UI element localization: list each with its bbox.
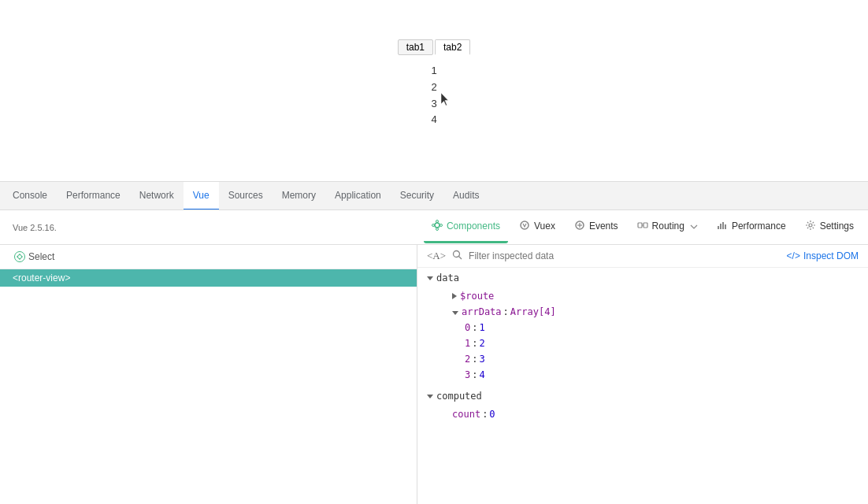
routing-button[interactable]: Routing — [629, 212, 706, 243]
data-section-label: data — [436, 272, 459, 284]
data-section-header[interactable]: data — [417, 268, 868, 288]
select-label: Select — [28, 251, 54, 262]
filter-input[interactable] — [469, 250, 781, 261]
page-tab-bar: tab1 tab2 — [398, 39, 471, 55]
filter-a-icon: <A> — [427, 250, 446, 262]
code-icon: </> — [787, 250, 800, 261]
svg-rect-12 — [718, 226, 719, 229]
vuex-button[interactable]: Vuex — [511, 212, 563, 243]
routing-dropdown-icon — [690, 220, 698, 232]
tab-sources[interactable]: Sources — [219, 182, 273, 210]
components-button[interactable]: Components — [424, 212, 508, 243]
events-label: Events — [589, 220, 618, 232]
collapse-data-icon — [427, 276, 433, 280]
data-row-arrdata[interactable]: arrData : Array[4] — [417, 304, 868, 320]
svg-point-5 — [521, 221, 529, 229]
list-item-4: 4 — [431, 112, 436, 128]
select-icon — [14, 251, 25, 262]
data-section: data $route arrData : Array[4] 0 : — [417, 268, 868, 383]
computed-section: computed count : 0 — [417, 386, 868, 422]
tab-security[interactable]: Security — [391, 182, 443, 210]
inspect-dom-button[interactable]: </> Inspect DOM — [787, 250, 859, 261]
settings-label: Settings — [820, 220, 854, 232]
events-button[interactable]: Events — [566, 212, 626, 243]
settings-button[interactable]: Settings — [797, 212, 862, 243]
tab-vue[interactable]: Vue — [184, 182, 219, 210]
data-row-1: 1 : 2 — [417, 335, 868, 351]
svg-rect-13 — [720, 224, 721, 229]
computed-section-header[interactable]: computed — [417, 386, 868, 406]
performance-label: Performance — [732, 220, 786, 232]
expand-arrdata-icon — [452, 311, 458, 315]
list-item-2: 2 — [431, 80, 436, 96]
svg-line-23 — [459, 257, 462, 260]
svg-point-16 — [809, 224, 812, 227]
performance-icon — [717, 220, 728, 233]
tab-network[interactable]: Network — [130, 182, 184, 210]
components-label: Components — [447, 220, 500, 232]
list-item-3: 3 — [431, 96, 436, 113]
svg-point-3 — [436, 220, 438, 222]
content-area: Select <router-view> <A> — [0, 245, 868, 504]
mouse-cursor — [441, 93, 451, 107]
computed-section-label: computed — [436, 391, 482, 402]
vuex-icon — [519, 220, 530, 233]
select-bar: Select — [0, 245, 417, 269]
svg-rect-10 — [644, 223, 647, 228]
components-icon — [432, 220, 443, 233]
svg-point-0 — [435, 223, 440, 228]
collapse-computed-icon — [427, 395, 433, 398]
svg-point-1 — [432, 224, 434, 226]
events-icon — [574, 220, 585, 233]
svg-rect-14 — [722, 222, 724, 229]
data-row-0: 0 : 1 — [417, 320, 868, 335]
list-item-1: 1 — [431, 63, 436, 80]
routing-icon — [637, 220, 648, 233]
expand-route-icon — [452, 293, 457, 299]
vue-toolbar: Vue 2.5.16. Components — [0, 210, 868, 245]
page-content: 1 2 3 4 — [431, 63, 436, 128]
data-row-route[interactable]: $route — [417, 288, 868, 304]
vue-version: Vue 2.5.16. — [6, 223, 63, 232]
tab-console[interactable]: Console — [3, 182, 57, 210]
inspector-panel: <A> </> Inspect DOM data — [417, 245, 868, 504]
component-name: <router-view> — [13, 272, 70, 284]
svg-rect-15 — [725, 224, 726, 229]
svg-point-2 — [440, 224, 442, 226]
select-button[interactable]: Select — [9, 250, 59, 264]
svg-point-17 — [18, 255, 22, 259]
svg-point-4 — [436, 228, 438, 230]
routing-label: Routing — [652, 220, 684, 232]
inspector-toolbar: <A> </> Inspect DOM — [417, 245, 868, 268]
data-row-2: 2 : 3 — [417, 351, 868, 367]
page-tab2[interactable]: tab2 — [435, 39, 470, 55]
data-row-count: count : 0 — [417, 406, 868, 422]
browser-viewport: tab1 tab2 1 2 3 4 — [0, 0, 868, 181]
svg-point-22 — [454, 251, 460, 258]
component-tree-panel: Select <router-view> — [0, 245, 417, 504]
tab-memory[interactable]: Memory — [273, 182, 325, 210]
component-item-router-view[interactable]: <router-view> — [0, 269, 417, 287]
svg-rect-9 — [638, 223, 642, 228]
data-row-3: 3 : 4 — [417, 367, 868, 383]
vuex-label: Vuex — [534, 220, 555, 232]
tab-audits[interactable]: Audits — [443, 182, 488, 210]
performance-button[interactable]: Performance — [709, 212, 794, 243]
tab-application[interactable]: Application — [325, 182, 391, 210]
devtools-tabbar: Console Performance Network Vue Sources … — [0, 182, 868, 210]
settings-icon — [805, 220, 816, 233]
page-tab1[interactable]: tab1 — [398, 39, 433, 55]
search-icon — [452, 250, 462, 262]
devtools-panel: Console Performance Network Vue Sources … — [0, 181, 868, 504]
tab-performance[interactable]: Performance — [57, 182, 130, 210]
